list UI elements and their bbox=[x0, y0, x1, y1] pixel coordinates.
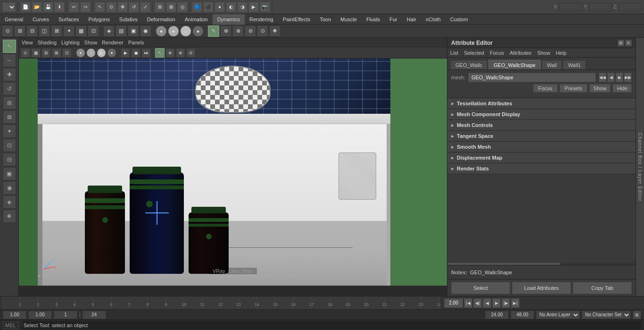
attr-close-btn[interactable]: ✕ bbox=[625, 40, 632, 46]
lasso-btn[interactable]: ⊙ bbox=[106, 2, 116, 12]
y-input[interactable] bbox=[589, 3, 612, 11]
attr-section-header-mesh-controls[interactable]: ▶ Mesh Controls bbox=[447, 120, 636, 130]
timeline-ruler-area[interactable]: 1 2 3 4 5 6 7 8 9 10 11 bbox=[2, 296, 440, 310]
tb-icon12[interactable]: ◉ bbox=[140, 25, 151, 37]
tb-icon13[interactable]: ⊕ bbox=[220, 25, 231, 37]
attr-section-header-tessellation[interactable]: ▶ Tessellation Attributes bbox=[447, 98, 636, 109]
tool-star[interactable]: ◈ bbox=[3, 195, 16, 209]
vp-sphere2[interactable]: ○ bbox=[86, 48, 96, 58]
tool-diamond[interactable]: ✦ bbox=[3, 125, 16, 138]
attr-tab-wall1[interactable]: Wall1 bbox=[563, 60, 586, 69]
attr-prev-btn[interactable]: ◀◀ bbox=[599, 73, 606, 82]
save-file-btn[interactable]: 💾 bbox=[43, 2, 53, 12]
tb-icon6[interactable]: ✦ bbox=[63, 25, 74, 37]
tb-icon5[interactable]: ⊠ bbox=[51, 25, 62, 37]
new-file-btn[interactable]: 📄 bbox=[20, 2, 31, 12]
tool-rotate[interactable]: ↺ bbox=[3, 82, 16, 95]
attr-menu-show[interactable]: Show bbox=[537, 50, 550, 56]
tb-icon16[interactable]: ⊙ bbox=[257, 25, 268, 37]
attr-tab-geo-wallc[interactable]: GEO_Wallc bbox=[450, 60, 487, 69]
undo-btn[interactable]: ↩ bbox=[69, 2, 79, 12]
attr-float-btn[interactable]: ⊞ bbox=[618, 40, 624, 46]
tb-icon15[interactable]: ⊘ bbox=[245, 25, 256, 37]
vp-sphere4[interactable]: ● bbox=[107, 48, 116, 58]
vp-icon2[interactable]: ▦ bbox=[31, 48, 41, 58]
tb-sphere2[interactable]: ● bbox=[168, 25, 179, 37]
mel-label[interactable]: MEL bbox=[3, 322, 18, 329]
load-attributes-button[interactable]: Load Attributes bbox=[512, 282, 571, 294]
menu-surfaces[interactable]: Surfaces bbox=[54, 14, 83, 25]
step-fwd-btn[interactable]: |▶ bbox=[502, 298, 510, 308]
snap3-btn[interactable]: ◎ bbox=[177, 2, 188, 12]
attr-menu-selected[interactable]: Selected bbox=[464, 50, 484, 56]
status-v2-input[interactable] bbox=[28, 311, 52, 319]
attr-section-header-mesh-component[interactable]: ▶ Mesh Component Display bbox=[447, 109, 636, 119]
attr-next-btn[interactable]: ▶▶ bbox=[624, 73, 632, 82]
status-v5-input[interactable] bbox=[485, 311, 509, 319]
renderer-menu[interactable]: Renderer bbox=[102, 40, 124, 45]
tool-select[interactable]: ↖ bbox=[3, 40, 16, 53]
status-v6-input[interactable] bbox=[511, 311, 534, 319]
channel-layer-tab[interactable]: Channel Box / Layer Editor bbox=[636, 38, 644, 296]
move-btn[interactable]: ✥ bbox=[117, 2, 128, 12]
view-menu[interactable]: View bbox=[22, 40, 33, 45]
attr-hide-button[interactable]: Hide bbox=[612, 84, 632, 93]
tool-cross2[interactable]: ❖ bbox=[3, 210, 16, 223]
anim-layer-dropdown[interactable]: No Anim Layer bbox=[536, 311, 580, 319]
menu-rendering[interactable]: Rendering bbox=[245, 14, 278, 25]
attr-show-button[interactable]: Show bbox=[589, 84, 611, 93]
menu-general[interactable]: General bbox=[0, 14, 28, 25]
char-set-dropdown[interactable]: No Character Set bbox=[582, 311, 631, 319]
jump-start-btn[interactable]: |◀ bbox=[464, 298, 472, 308]
tb-icon7[interactable]: ▦ bbox=[75, 25, 87, 37]
menu-hair[interactable]: Hair bbox=[402, 14, 421, 25]
menu-fluids[interactable]: Fluids bbox=[362, 14, 385, 25]
status-v1-input[interactable] bbox=[3, 311, 26, 319]
tb-icon14[interactable]: ⊗ bbox=[232, 25, 244, 37]
attr-presets-button[interactable]: Presets bbox=[560, 84, 587, 93]
attr-section-header-displacement[interactable]: ▶ Displacement Map bbox=[447, 152, 636, 163]
menu-curves[interactable]: Curves bbox=[28, 14, 54, 25]
render4-btn[interactable]: ◐ bbox=[226, 2, 236, 12]
attr-section-header-render-stats[interactable]: ▶ Render Stats bbox=[447, 163, 636, 174]
tb-icon8[interactable]: ⊡ bbox=[88, 25, 99, 37]
menu-painteffects[interactable]: PaintEffects bbox=[278, 14, 315, 25]
viewport-3d[interactable]: VRay_Cam_Main Y X bbox=[19, 59, 447, 286]
step-back-btn[interactable]: ◀| bbox=[473, 298, 482, 308]
rotate-btn[interactable]: ↺ bbox=[129, 2, 139, 12]
tool-move[interactable]: ↔ bbox=[3, 54, 16, 67]
snap2-btn[interactable]: ⊠ bbox=[166, 2, 176, 12]
play-fwd-btn[interactable]: ▶ bbox=[492, 298, 501, 308]
vp-select[interactable]: ↖ bbox=[155, 48, 165, 58]
tool-grid[interactable]: ⊞ bbox=[3, 96, 16, 110]
attr-back-btn[interactable]: ◀ bbox=[607, 73, 615, 82]
redo-btn[interactable]: ↪ bbox=[80, 2, 91, 12]
render1-btn[interactable]: 🔵 bbox=[192, 2, 202, 12]
status-v4-input[interactable] bbox=[83, 311, 106, 319]
menu-polygons[interactable]: Polygons bbox=[83, 14, 114, 25]
tb-sphere1[interactable]: ● bbox=[156, 25, 167, 37]
status-v3-input[interactable] bbox=[54, 311, 77, 319]
tb-icon11[interactable]: ▣ bbox=[128, 25, 139, 37]
copy-tab-button[interactable]: Copy Tab bbox=[573, 282, 632, 294]
vp-anim3[interactable]: ⏭ bbox=[141, 48, 151, 58]
attr-menu-list[interactable]: List bbox=[450, 50, 458, 56]
menu-toon[interactable]: Toon bbox=[315, 14, 336, 25]
attr-sections[interactable]: ▶ Tessellation Attributes ▶ Mesh Compone… bbox=[447, 98, 636, 263]
play-back-btn[interactable]: ◀ bbox=[483, 298, 491, 308]
attr-menu-help[interactable]: Help bbox=[556, 50, 567, 56]
tb-icon10[interactable]: ▤ bbox=[116, 25, 127, 37]
select-btn[interactable]: ↖ bbox=[95, 2, 105, 12]
menu-ncloth[interactable]: nCloth bbox=[421, 14, 446, 25]
attr-section-header-tangent[interactable]: ▶ Tangent Space bbox=[447, 131, 636, 141]
attr-section-header-smooth[interactable]: ▶ Smooth Mesh bbox=[447, 142, 636, 152]
camera-btn[interactable]: 📷 bbox=[260, 2, 270, 12]
vp-icon3[interactable]: ⊞ bbox=[41, 48, 51, 58]
tool-add[interactable]: ✚ bbox=[3, 68, 16, 81]
vp-icon4[interactable]: ⊠ bbox=[52, 48, 61, 58]
menu-dynamics[interactable]: Dynamics bbox=[213, 14, 245, 25]
render3-btn[interactable]: ● bbox=[215, 2, 225, 12]
jump-end-btn[interactable]: ▶| bbox=[511, 298, 520, 308]
menu-custom[interactable]: Custom bbox=[446, 14, 473, 25]
tool-dot[interactable]: ⊡ bbox=[3, 139, 16, 152]
